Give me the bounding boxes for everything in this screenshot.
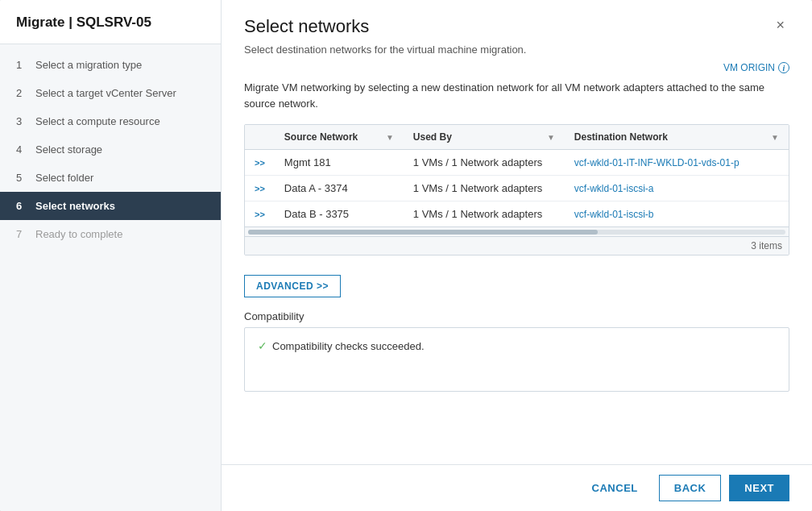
col-checkbox <box>245 125 275 150</box>
row-expand-0[interactable]: >> <box>245 150 275 176</box>
scrollbar-thumb <box>248 230 598 235</box>
sidebar-item-step-2[interactable]: 2Select a target vCenter Server <box>0 79 221 107</box>
row-used-1: 1 VMs / 1 Network adapters <box>404 176 565 201</box>
horizontal-scrollbar[interactable] <box>245 226 789 236</box>
sidebar-item-step-4[interactable]: 4Select storage <box>0 135 221 164</box>
step-number: 4 <box>16 143 29 156</box>
table-row[interactable]: >> Data B - 3375 1 VMs / 1 Network adapt… <box>245 201 789 227</box>
row-used-2: 1 VMs / 1 Network adapters <box>404 201 565 227</box>
dest-value: vcf-wkld-01-iscsi-b <box>574 209 654 220</box>
table-row[interactable]: >> Data A - 3374 1 VMs / 1 Network adapt… <box>245 176 789 201</box>
next-button[interactable]: NEXT <box>729 475 789 501</box>
sidebar-item-step-5[interactable]: 5Select folder <box>0 164 221 192</box>
step-label: Select storage <box>35 143 102 156</box>
vm-origin-label: VM ORIGIN <box>723 62 775 73</box>
compatibility-message: Compatibility checks succeeded. <box>272 340 425 352</box>
close-button[interactable]: × <box>771 16 789 34</box>
step-label: Select folder <box>35 172 93 184</box>
dest-value: vcf-wkld-01-IT-INF-WKLD-01-vds-01-p <box>574 157 740 168</box>
col-source-label: Source Network <box>284 131 358 143</box>
step-label: Select a target vCenter Server <box>35 87 176 99</box>
expand-icon: >> <box>255 158 265 168</box>
main-footer: CANCEL BACK NEXT <box>222 464 812 511</box>
col-source[interactable]: Source Network ▼ <box>275 125 404 150</box>
advanced-button[interactable]: ADVANCED >> <box>244 275 341 297</box>
col-used[interactable]: Used By ▼ <box>404 125 565 150</box>
step-label: Ready to complete <box>35 228 122 240</box>
source-filter-icon[interactable]: ▼ <box>386 133 394 142</box>
step-label: Select a migration type <box>35 59 142 71</box>
scrollbar-track <box>248 230 785 235</box>
expand-icon: >> <box>255 184 265 193</box>
migrate-dialog: Migrate | SQLSRV-05 1Select a migration … <box>0 0 812 511</box>
row-source-2: Data B - 3375 <box>275 201 404 227</box>
row-source-1: Data A - 3374 <box>275 176 404 201</box>
check-icon: ✓ <box>258 339 267 352</box>
step-number: 7 <box>16 228 29 240</box>
sidebar-item-step-7[interactable]: 7Ready to complete <box>0 220 221 248</box>
cancel-button[interactable]: CANCEL <box>579 475 651 501</box>
row-destination-2[interactable]: vcf-wkld-01-iscsi-b <box>565 201 789 227</box>
used-filter-icon[interactable]: ▼ <box>547 133 555 142</box>
network-table-wrapper: Source Network ▼ Used By ▼ <box>244 124 789 256</box>
main-panel: Select networks × Select destination net… <box>222 0 812 511</box>
row-expand-2[interactable]: >> <box>245 201 275 227</box>
row-expand-1[interactable]: >> <box>245 176 275 201</box>
items-count: 3 items <box>245 236 789 255</box>
col-dest-label: Destination Network <box>574 131 668 143</box>
main-body: Select destination networks for the virt… <box>222 37 812 464</box>
step-number: 5 <box>16 172 29 184</box>
advanced-section: ADVANCED >> <box>244 262 789 310</box>
description: Migrate VM networking by selecting a new… <box>244 80 789 111</box>
table-row[interactable]: >> Mgmt 181 1 VMs / 1 Network adapters v… <box>245 150 789 176</box>
expand-icon: >> <box>255 210 265 219</box>
sidebar: Migrate | SQLSRV-05 1Select a migration … <box>0 0 222 511</box>
table-header-row: Source Network ▼ Used By ▼ <box>245 125 789 150</box>
row-destination-0[interactable]: vcf-wkld-01-IT-INF-WKLD-01-vds-01-p <box>565 150 789 176</box>
sidebar-item-step-6: 6Select networks <box>0 192 221 220</box>
sidebar-item-step-3[interactable]: 3Select a compute resource <box>0 107 221 135</box>
step-label: Select a compute resource <box>35 115 160 127</box>
network-table-body: >> Mgmt 181 1 VMs / 1 Network adapters v… <box>245 150 789 227</box>
page-title: Select networks <box>244 16 369 37</box>
step-number: 6 <box>16 200 29 212</box>
main-header: Select networks × <box>222 0 812 37</box>
dest-filter-icon[interactable]: ▼ <box>771 133 779 142</box>
row-source-0: Mgmt 181 <box>275 150 404 176</box>
vm-origin-link[interactable]: VM ORIGIN i <box>723 62 789 73</box>
compatibility-label: Compatibility <box>244 310 789 322</box>
row-destination-1[interactable]: vcf-wkld-01-iscsi-a <box>565 176 789 201</box>
step-number: 3 <box>16 115 29 127</box>
sidebar-item-step-1[interactable]: 1Select a migration type <box>0 51 221 79</box>
subtitle: Select destination networks for the virt… <box>244 44 789 56</box>
dialog-title: Migrate | SQLSRV-05 <box>0 0 221 44</box>
step-label: Select networks <box>35 200 115 212</box>
sidebar-steps: 1Select a migration type2Select a target… <box>0 44 221 511</box>
info-icon: i <box>778 62 789 73</box>
compatibility-box: ✓ Compatibility checks succeeded. <box>244 327 789 392</box>
col-used-label: Used By <box>413 131 452 143</box>
row-used-0: 1 VMs / 1 Network adapters <box>404 150 565 176</box>
compatibility-success: ✓ Compatibility checks succeeded. <box>258 339 776 352</box>
step-number: 2 <box>16 87 29 99</box>
dest-value: vcf-wkld-01-iscsi-a <box>574 183 654 194</box>
network-table: Source Network ▼ Used By ▼ <box>245 125 789 226</box>
vm-origin-row: VM ORIGIN i <box>244 62 789 73</box>
back-button[interactable]: BACK <box>659 475 722 501</box>
step-number: 1 <box>16 59 29 71</box>
col-destination[interactable]: Destination Network ▼ <box>565 125 789 150</box>
